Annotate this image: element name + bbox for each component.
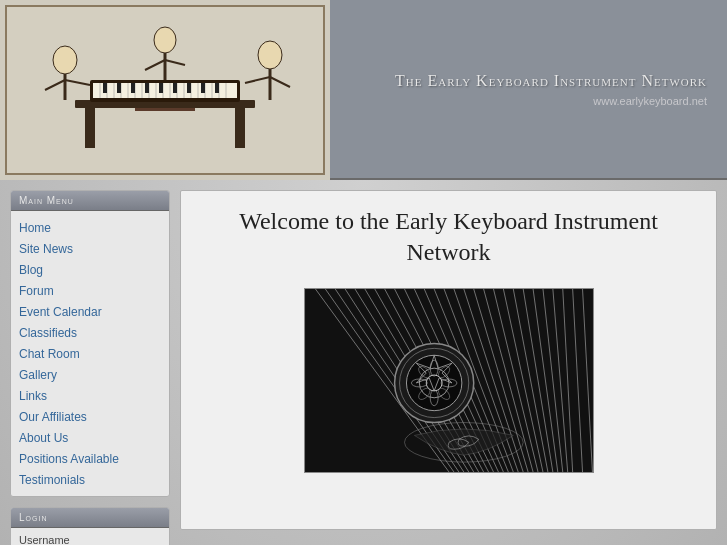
svg-rect-27 <box>103 83 107 93</box>
svg-rect-32 <box>173 83 177 93</box>
main-menu-content: Home Site News Blog Forum Event Calendar… <box>11 211 169 496</box>
svg-rect-28 <box>117 83 121 93</box>
nav-event-calendar[interactable]: Event Calendar <box>19 301 161 322</box>
site-title: The Early Keyboard Instrument Network <box>395 72 707 90</box>
login-content: Username <box>11 528 169 545</box>
welcome-title: Welcome to the Early Keyboard Instrument… <box>201 206 696 268</box>
svg-rect-5 <box>135 108 195 111</box>
header-text-area: The Early Keyboard Instrument Network ww… <box>330 0 727 178</box>
content-area: Welcome to the Early Keyboard Instrument… <box>180 190 717 530</box>
login-box: Login Username <box>10 507 170 545</box>
svg-rect-33 <box>187 83 191 93</box>
svg-rect-29 <box>131 83 135 93</box>
header-image <box>0 0 330 180</box>
svg-point-40 <box>154 27 176 53</box>
nav-gallery[interactable]: Gallery <box>19 364 161 385</box>
svg-rect-4 <box>235 108 245 148</box>
login-header: Login <box>11 508 169 528</box>
svg-point-44 <box>258 41 282 69</box>
nav-positions-available[interactable]: Positions Available <box>19 448 161 469</box>
main-layout: Main Menu Home Site News Blog Forum Even… <box>0 180 727 545</box>
nav-links[interactable]: Links <box>19 385 161 406</box>
sidebar: Main Menu Home Site News Blog Forum Even… <box>10 190 170 545</box>
main-menu-box: Main Menu Home Site News Blog Forum Even… <box>10 190 170 497</box>
site-url: www.earlykeyboard.net <box>593 95 707 107</box>
svg-rect-35 <box>215 83 219 93</box>
main-menu-header: Main Menu <box>11 191 169 211</box>
nav-chat-room[interactable]: Chat Room <box>19 343 161 364</box>
nav-blog[interactable]: Blog <box>19 259 161 280</box>
svg-point-36 <box>53 46 77 74</box>
nav-home[interactable]: Home <box>19 217 161 238</box>
site-header: The Early Keyboard Instrument Network ww… <box>0 0 727 180</box>
nav-site-news[interactable]: Site News <box>19 238 161 259</box>
nav-classifieds[interactable]: Classifieds <box>19 322 161 343</box>
svg-rect-30 <box>145 83 149 93</box>
nav-about-us[interactable]: About Us <box>19 427 161 448</box>
nav-our-affiliates[interactable]: Our Affiliates <box>19 406 161 427</box>
svg-rect-34 <box>201 83 205 93</box>
instrument-image <box>304 288 594 473</box>
nav-testimonials[interactable]: Testimonials <box>19 469 161 490</box>
svg-rect-3 <box>85 108 95 148</box>
page-wrapper: The Early Keyboard Instrument Network ww… <box>0 0 727 545</box>
username-label: Username <box>19 534 161 545</box>
svg-point-80 <box>406 356 461 411</box>
nav-forum[interactable]: Forum <box>19 280 161 301</box>
svg-rect-31 <box>159 83 163 93</box>
